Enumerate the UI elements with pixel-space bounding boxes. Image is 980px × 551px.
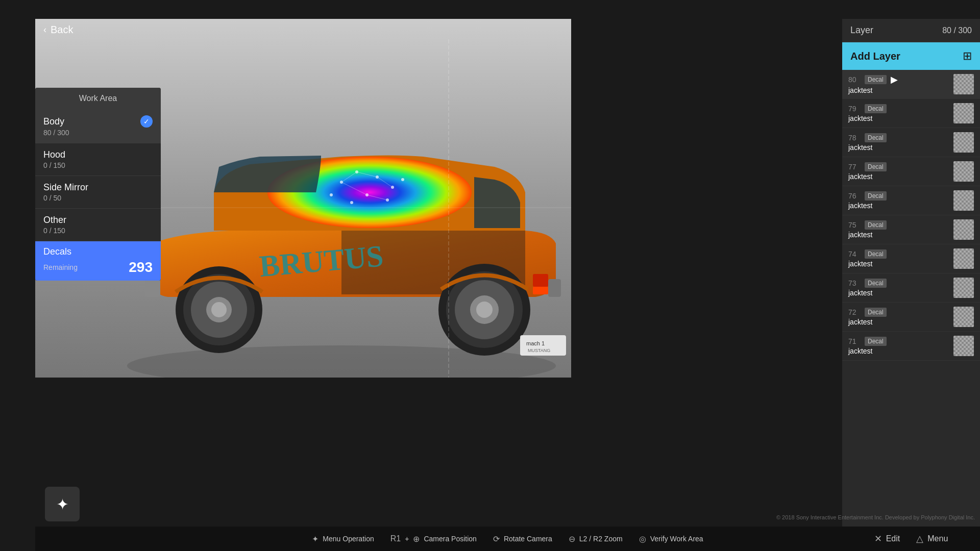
work-area-title: Work Area <box>79 94 117 103</box>
layer-num: 78 <box>848 134 861 142</box>
add-layer-label: Add Layer <box>850 51 900 62</box>
layer-type: Decal <box>865 220 887 230</box>
layer-num: 75 <box>848 221 861 229</box>
r1-icon: R1 <box>390 534 401 543</box>
layer-name-row: jacktest <box>848 172 949 181</box>
layer-name-row: jacktest <box>848 143 949 152</box>
triangle-icon: △ <box>916 533 923 544</box>
back-label: Back <box>51 24 73 36</box>
verify-label: Verify Work Area <box>650 535 703 543</box>
layer-type: Decal <box>865 162 887 171</box>
l-bumper-icon: ⊕ <box>413 534 420 544</box>
layer-type: Decal <box>865 249 887 259</box>
layer-item-row: 80 Decal ▶ <box>848 74 949 85</box>
layer-num: 74 <box>848 250 861 258</box>
remaining-count: 293 <box>129 259 153 276</box>
work-area-item-body[interactable]: Body ✓ 80 / 300 <box>35 109 161 143</box>
plus-icon: + <box>405 535 409 543</box>
layer-item[interactable]: 72 Decal jacktest <box>842 303 980 332</box>
back-button[interactable]: ‹ Back <box>35 19 81 41</box>
toolbar-menu-operation: ✦ Menu Operation <box>312 534 374 544</box>
layer-name-row: jacktest <box>848 86 949 94</box>
svg-rect-30 <box>533 274 548 287</box>
layer-type: Decal <box>865 104 887 113</box>
layer-name-row: jacktest <box>848 318 949 326</box>
layer-count: 80 / 300 <box>942 26 972 35</box>
work-area-item-hood[interactable]: Hood 0 / 150 <box>35 143 161 176</box>
other-count: 0 / 150 <box>43 227 153 235</box>
copyright-text: © 2018 Sony Interactive Entertainment In… <box>776 514 975 520</box>
layer-item[interactable]: 73 Decal jacktest <box>842 273 980 303</box>
layer-num: 79 <box>848 105 861 113</box>
layer-item[interactable]: 71 Decal jacktest <box>842 332 980 361</box>
layer-num: 71 <box>848 337 861 345</box>
navigate-button[interactable]: ✦ <box>45 487 80 521</box>
svg-rect-31 <box>533 287 548 294</box>
layer-item[interactable]: 77 Decal jacktest <box>842 157 980 186</box>
svg-text:MUSTANG: MUSTANG <box>528 348 550 353</box>
layer-type: Decal <box>865 337 887 346</box>
layer-item-content: 73 Decal jacktest <box>848 279 949 297</box>
compass-icon: ✦ <box>56 495 69 513</box>
zoom-icon: ⊖ <box>569 534 575 544</box>
work-area-item-other[interactable]: Other 0 / 150 <box>35 209 161 241</box>
cursor-icon: ▶ <box>891 74 898 85</box>
layer-item-content: 80 Decal ▶ jacktest <box>848 74 949 94</box>
layer-item[interactable]: 79 Decal jacktest <box>842 99 980 128</box>
layer-title: Layer <box>850 25 873 36</box>
other-label: Other <box>43 215 66 226</box>
layer-item-row: 73 Decal <box>848 279 949 288</box>
layer-item-row: 76 Decal <box>848 191 949 201</box>
svg-point-24 <box>211 302 227 317</box>
layer-thumbnail <box>953 307 974 327</box>
svg-rect-18 <box>145 279 160 297</box>
remaining-label: Remaining <box>43 263 78 271</box>
edit-button[interactable]: ✕ Edit <box>874 533 900 544</box>
layer-name: jacktest <box>848 114 949 122</box>
layer-name: jacktest <box>848 172 949 181</box>
decals-section[interactable]: Decals Remaining 293 <box>35 241 161 281</box>
menu-button[interactable]: △ Menu <box>916 533 948 544</box>
layer-item-content: 77 Decal jacktest <box>848 162 949 181</box>
layer-item-row: 78 Decal <box>848 133 949 142</box>
layer-num: 72 <box>848 308 861 316</box>
layer-thumbnail <box>953 336 974 356</box>
layer-type: Decal <box>865 75 887 84</box>
svg-point-11 <box>330 193 333 196</box>
layer-item-content: 76 Decal jacktest <box>848 191 949 210</box>
rotate-camera-label: Rotate Camera <box>504 535 552 543</box>
layer-item[interactable]: 78 Decal jacktest <box>842 128 980 157</box>
decals-remaining: Remaining 293 <box>43 259 153 276</box>
menu-operation-label: Menu Operation <box>323 535 374 543</box>
layer-item[interactable]: 75 Decal jacktest <box>842 215 980 244</box>
layer-thumbnail <box>953 278 974 298</box>
layer-item-row: 74 Decal <box>848 249 949 259</box>
layer-item[interactable]: 74 Decal jacktest <box>842 244 980 273</box>
layer-item-content: 79 Decal jacktest <box>848 104 949 122</box>
hood-count: 0 / 150 <box>43 161 153 169</box>
layer-type: Decal <box>865 279 887 288</box>
layer-name: jacktest <box>848 289 949 297</box>
work-area-panel: Work Area Body ✓ 80 / 300 Hood 0 / 150 S… <box>35 88 161 281</box>
layer-list[interactable]: 80 Decal ▶ jacktest 79 Decal jacktest <box>842 70 980 527</box>
layer-name: jacktest <box>848 347 949 355</box>
layer-name: jacktest <box>848 86 949 94</box>
layer-item-row: 77 Decal <box>848 162 949 171</box>
layer-item-row: 75 Decal <box>848 220 949 230</box>
work-area-item-side-mirror[interactable]: Side Mirror 0 / 50 <box>35 176 161 209</box>
layer-item[interactable]: 76 Decal jacktest <box>842 186 980 215</box>
toolbar-camera-position: R1 + ⊕ Camera Position <box>390 534 477 544</box>
menu-operation-icon: ✦ <box>312 534 318 544</box>
body-label: Body <box>43 116 64 127</box>
zoom-label: L2 / R2 Zoom <box>579 535 623 543</box>
layer-name-row: jacktest <box>848 231 949 239</box>
verify-icon: ◎ <box>639 534 646 544</box>
layer-item-content: 74 Decal jacktest <box>848 249 949 268</box>
add-layer-button[interactable]: Add Layer ⊞ <box>842 42 980 70</box>
layer-panel: Layer 80 / 300 Add Layer ⊞ 80 Decal ▶ ja… <box>842 19 980 527</box>
layer-item[interactable]: 80 Decal ▶ jacktest <box>842 70 980 99</box>
layer-item-row: 79 Decal <box>848 104 949 113</box>
bottom-toolbar: ✦ Menu Operation R1 + ⊕ Camera Position … <box>35 527 980 551</box>
toolbar-rotate-camera: ⟳ Rotate Camera <box>493 534 552 544</box>
layer-num: 80 <box>848 76 861 84</box>
